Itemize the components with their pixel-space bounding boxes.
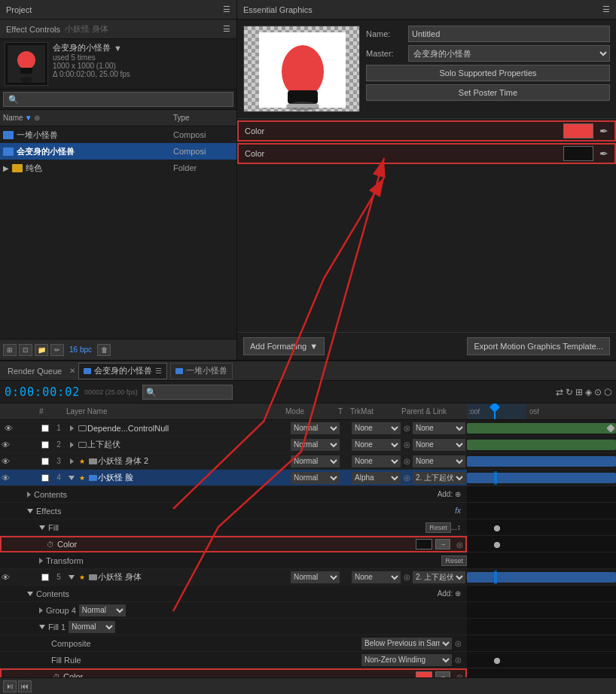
render-queue-tab[interactable]: Render Queue <box>3 367 66 376</box>
color-link-btn-4[interactable]: → <box>435 539 450 549</box>
vis-btn-3[interactable]: 👁 <box>2 457 15 466</box>
expand-fill1[interactable] <box>39 625 45 629</box>
add-formatting-btn[interactable]: Add Formatting ▼ <box>243 337 325 355</box>
time-icon-2[interactable]: ↻ <box>566 387 573 397</box>
group4-mode[interactable]: Normal <box>79 604 126 616</box>
color-swatch-red-5[interactable] <box>416 671 432 677</box>
bpc-label[interactable]: 16 bpc <box>69 345 92 354</box>
time-icon-3[interactable]: ⊞ <box>575 387 583 397</box>
tl-btn-1[interactable]: ⏯ <box>3 680 17 692</box>
toolbar-btn-3[interactable]: 📁 <box>35 344 48 356</box>
export-btn[interactable]: Export Motion Graphics Template... <box>467 337 610 355</box>
vis-btn-5[interactable]: 👁 <box>2 573 15 582</box>
layer-row-1[interactable]: 👁 1 Depende...ControlNull Normal None ◎ … <box>0 420 467 437</box>
mode-select-5[interactable]: Normal <box>291 571 340 583</box>
layer-row-2[interactable]: 👁 2 上下起伏 Normal None ◎ None <box>0 437 467 453</box>
fill-prop-btn-4[interactable]: ...↕ <box>451 523 461 531</box>
parent-select-4[interactable]: 2. 上下起伏 <box>413 472 465 484</box>
expand-contents-4[interactable] <box>27 492 31 498</box>
comp-dropdown-icon[interactable]: ▼ <box>114 44 122 53</box>
layer-row-4[interactable]: 👁 4 ★ 小妖怪 脸 Normal Alpha ◎ 2. 上下起伏 <box>0 470 467 486</box>
color-link-btn-5[interactable]: → <box>435 671 450 677</box>
file-item-3[interactable]: ▶ 纯色 Folder <box>0 160 236 176</box>
expand-4[interactable] <box>66 476 77 480</box>
expand-group4[interactable] <box>39 607 43 613</box>
timeline-tab-1[interactable]: 会变身的小怪兽 ☰ <box>78 363 167 379</box>
master-dropdown[interactable]: 会变身的小怪兽 <box>408 45 610 62</box>
eg-menu-icon[interactable]: ☰ <box>602 5 610 14</box>
layer-row-5[interactable]: 👁 5 ★ 小妖怪 身体 Normal None ◎ 2. 上下起伏 <box>0 569 467 586</box>
expand-contents-5[interactable] <box>27 592 33 596</box>
trkmat-select-1[interactable]: None <box>352 422 401 434</box>
toolbar-btn-4[interactable]: ✏ <box>50 344 64 356</box>
playhead[interactable] <box>494 403 496 419</box>
tl-btn-2[interactable]: ⏮ <box>18 680 32 692</box>
time-display[interactable]: 0:00:00:02 <box>5 385 80 399</box>
file-item-2[interactable]: 会变身的小怪兽 Composi <box>0 143 236 160</box>
mode-select-4[interactable]: Normal <box>291 472 340 484</box>
effects-label-4: Effects <box>36 507 61 516</box>
parent-select-1[interactable]: None <box>413 422 465 434</box>
eg-eyedropper-2[interactable]: ✒ <box>599 148 608 160</box>
vis-btn-2[interactable]: 👁 <box>2 440 15 449</box>
parent-select-2[interactable]: None <box>413 439 465 451</box>
eg-color-swatch-2[interactable] <box>563 146 593 161</box>
time-search-input[interactable] <box>142 385 233 400</box>
add-contents-btn-4[interactable]: Add: ⊕ <box>438 490 467 498</box>
tab-menu-1[interactable]: ☰ <box>155 367 162 375</box>
panel-menu-icon[interactable]: ☰ <box>223 24 230 34</box>
time-icon-1[interactable]: ⇄ <box>556 387 563 397</box>
expand-transform-4[interactable] <box>39 558 43 564</box>
mode-select-3[interactable]: Normal <box>291 455 340 467</box>
layer-row-3[interactable]: 👁 3 ★ 小妖怪 身体 2 Normal None ◎ None <box>0 453 467 470</box>
tab-label-1: 会变身的小怪兽 <box>94 365 152 376</box>
fill1-mode[interactable]: Normal <box>69 621 115 633</box>
time-icon-5[interactable]: ⊙ <box>594 387 602 397</box>
eg-color-swatch-1[interactable] <box>563 123 593 138</box>
add-contents-btn-5[interactable]: Add: ⊕ <box>438 589 467 598</box>
expand-2[interactable] <box>66 442 77 448</box>
toolbar-btn-1[interactable]: ⊞ <box>3 344 17 356</box>
poster-time-btn[interactable]: Set Poster Time <box>366 84 610 101</box>
trkmat-select-2[interactable]: None <box>352 439 401 451</box>
track-bar-4 <box>467 473 616 483</box>
expand-1[interactable] <box>66 425 77 431</box>
project-search-input[interactable] <box>3 92 233 107</box>
fill-reset-btn-4[interactable]: Reset <box>425 522 451 533</box>
project-menu-icon[interactable]: ☰ <box>223 5 230 14</box>
color-swatch-1 <box>39 425 51 432</box>
vis-btn-4[interactable]: 👁 <box>2 473 15 482</box>
parent-select-3[interactable]: None <box>413 455 465 467</box>
file-list: 一堆小怪兽 Composi 会变身的小怪兽 Composi ▶ 纯色 Folde… <box>0 126 236 339</box>
solo-btn[interactable]: Solo Supported Properties <box>366 65 610 81</box>
mode-select-1[interactable]: Normal <box>291 422 340 434</box>
time-icon-4[interactable]: ◈ <box>585 387 592 397</box>
transform-reset-btn-4[interactable]: Reset <box>441 556 467 566</box>
effect-controls-tab[interactable]: Effect Controls <box>6 25 60 34</box>
eg-eyedropper-1[interactable]: ✒ <box>599 125 608 137</box>
color-swatch-black-4[interactable] <box>416 539 432 549</box>
trkmat-select-3[interactable]: None <box>352 455 401 467</box>
trkmat-select-5[interactable]: None <box>352 571 401 583</box>
trkmat-select-4[interactable]: Alpha <box>352 472 401 484</box>
fillrule-select[interactable]: Non-Zero Winding <box>361 654 452 666</box>
expand-5[interactable] <box>66 575 77 580</box>
stopwatch-4[interactable]: ⏱ <box>47 540 54 549</box>
time-icon-6[interactable]: ⬡ <box>604 387 611 397</box>
mode-select-2[interactable]: Normal <box>291 439 340 451</box>
keyframe-4[interactable]: ◎ <box>453 540 465 549</box>
toolbar-btn-2[interactable]: ⊡ <box>19 344 32 356</box>
sub-row-fill-4: Fill Reset ...↕ <box>0 519 467 536</box>
timeline-tab-2[interactable]: 一堆小怪兽 <box>170 363 233 379</box>
parent-select-5[interactable]: 2. 上下起伏 <box>413 571 465 583</box>
vis-btn-1[interactable]: 👁 <box>2 424 15 433</box>
composite-select[interactable]: Below Previous in Same G <box>361 638 452 650</box>
expand-fill-4[interactable] <box>39 525 45 530</box>
trash-btn[interactable]: 🗑 <box>97 344 111 356</box>
name-input[interactable] <box>408 26 610 42</box>
expand-effects-4[interactable] <box>27 509 33 513</box>
comp-used: used 5 times <box>53 53 130 62</box>
file-item-1[interactable]: 一堆小怪兽 Composi <box>0 126 236 143</box>
expand-3[interactable] <box>66 458 77 464</box>
tab-close-1[interactable]: ✕ <box>69 367 75 375</box>
